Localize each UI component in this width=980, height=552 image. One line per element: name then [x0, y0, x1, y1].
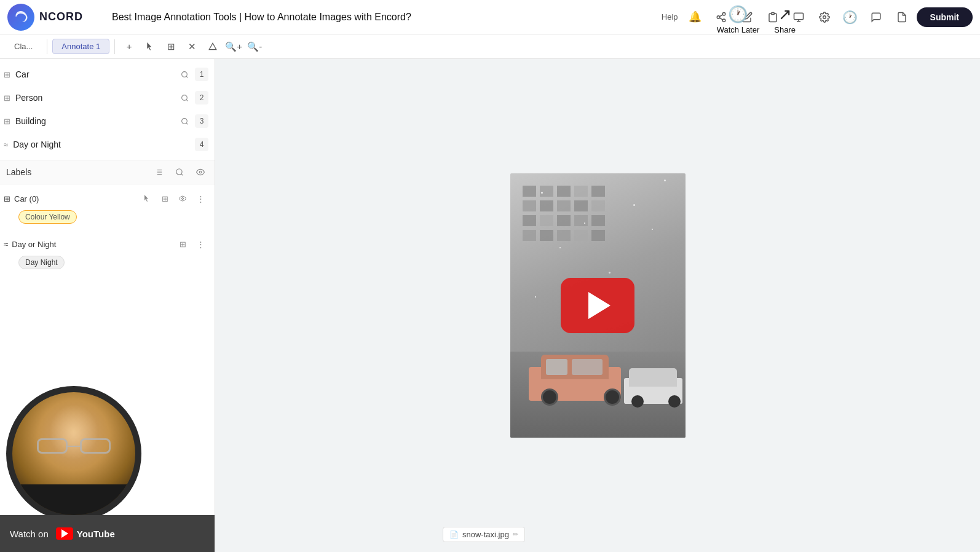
topbar: NCORD Best Image Annotation Tools | How … — [0, 0, 980, 34]
labels-eye-btn[interactable] — [192, 164, 208, 180]
white-car — [624, 361, 686, 404]
filename-icon: 📄 — [449, 530, 459, 539]
taxi-car — [529, 345, 627, 401]
label-car-copy-btn[interactable]: ⊞ — [157, 191, 173, 207]
day-night-label: ≈ Day or Night — [4, 140, 61, 149]
toolbar-separator-1 — [47, 39, 47, 54]
add-tool-btn[interactable]: + — [120, 37, 138, 56]
svg-marker-10 — [209, 43, 216, 50]
cross-tool-btn[interactable]: ✕ — [183, 37, 201, 56]
label-car-more-btn[interactable]: ⋮ — [192, 191, 208, 207]
label-row-car: ⊞ Car (0) ⊞ ⋮ — [0, 187, 215, 209]
filename-bar: 📄 snow-taxi.jpg ✏ — [443, 527, 525, 542]
person-search-btn[interactable] — [176, 90, 192, 106]
person-actions: 2 — [176, 90, 208, 106]
building-search-btn[interactable] — [176, 113, 192, 129]
building-actions: 3 — [176, 113, 208, 129]
share-button[interactable]: ↗ Share — [774, 5, 796, 34]
label-car-actions: ⊞ ⋮ — [139, 191, 208, 207]
svg-line-24 — [181, 174, 183, 176]
rect-tool-btn[interactable]: ⊞ — [162, 37, 180, 56]
tab-annotate1[interactable]: Annotate 1 — [52, 39, 109, 54]
classes-section: ⊞ Car 1 ⊞ Person — [0, 59, 215, 160]
person-name: Person — [15, 93, 42, 103]
watch-youtube-bar: Watch on YouTube — [0, 515, 215, 552]
share-icon: ↗ — [778, 5, 792, 24]
building-label: ⊞ Building — [4, 116, 46, 126]
svg-line-16 — [186, 123, 188, 124]
comment-icon-btn[interactable] — [865, 6, 887, 28]
class-item-person: ⊞ Person 2 — [0, 86, 215, 109]
svg-point-23 — [176, 169, 182, 175]
car-num: 1 — [195, 68, 208, 81]
label-car-tag-row: Colour Yellow — [0, 209, 215, 227]
yt-icon — [56, 527, 73, 540]
zoom-in-btn[interactable]: 🔍+ — [224, 37, 243, 56]
label-car-text: Car (0) — [14, 194, 39, 203]
svg-point-13 — [181, 95, 187, 100]
labels-sort-btn[interactable] — [151, 164, 167, 180]
car-grid-icon: ⊞ — [4, 70, 10, 79]
label-day-night-name: ≈ Day or Night — [4, 240, 56, 249]
label-row-day-night: ≈ Day or Night ⊞ ⋮ — [0, 232, 215, 254]
label-car-eye-btn[interactable] — [175, 191, 191, 207]
svg-line-14 — [186, 100, 188, 101]
watch-later-icon-btn[interactable]: 🕐 — [839, 6, 861, 28]
help-label: Help — [662, 12, 678, 22]
play-triangle-icon — [588, 292, 611, 319]
label-day-night-actions: ⊞ ⋮ — [175, 236, 208, 252]
settings-icon-btn[interactable] — [813, 6, 836, 28]
building-name: Building — [15, 116, 46, 126]
person-label: ⊞ Person — [4, 93, 42, 103]
car-search-btn[interactable] — [176, 66, 192, 82]
person-avatar — [6, 386, 141, 515]
label-car-cursor-btn[interactable] — [139, 191, 155, 207]
day-night-tag[interactable]: Day Night — [18, 256, 65, 269]
yt-text: YouTube — [77, 529, 115, 539]
topbar-icons: Help 🔔 🕐 Submit — [662, 6, 973, 28]
car-name: Car — [15, 69, 30, 79]
image-canvas[interactable] — [510, 173, 686, 438]
polygon-tool-btn[interactable] — [204, 37, 222, 56]
label-day-night-radio-icon: ≈ — [4, 240, 8, 249]
day-night-actions: 4 — [195, 138, 208, 151]
logo-area: NCORD — [7, 4, 106, 31]
svg-line-12 — [186, 76, 188, 77]
day-night-name: Day or Night — [13, 140, 61, 149]
sidebar: ⊞ Car 1 ⊞ Person — [0, 59, 215, 552]
watch-later-button[interactable]: 🕐 Watch Later — [717, 5, 760, 34]
class-item-building: ⊞ Building 3 — [0, 109, 215, 133]
person-grid-icon: ⊞ — [4, 93, 10, 103]
person-num: 2 — [195, 91, 208, 104]
label-day-night-copy-btn[interactable]: ⊞ — [175, 236, 191, 252]
cursor-tool-btn[interactable] — [141, 37, 159, 56]
label-car-name: ⊞ Car (0) — [4, 194, 39, 203]
day-night-radio-icon: ≈ — [4, 140, 8, 149]
filename-edit-icon: ✏ — [513, 530, 518, 538]
car-label: ⊞ Car — [4, 69, 30, 79]
building-grid-icon: ⊞ — [4, 117, 10, 126]
colour-yellow-tag[interactable]: Colour Yellow — [18, 210, 77, 224]
submit-button[interactable]: Submit — [917, 7, 973, 27]
class-item-car: ⊞ Car 1 — [0, 63, 215, 86]
logo-text: NCORD — [39, 10, 83, 23]
svg-point-25 — [199, 171, 202, 173]
day-night-num: 4 — [195, 138, 208, 151]
building-windows — [523, 186, 605, 270]
watch-on-text: Watch on — [10, 529, 49, 539]
label-day-night-text: Day or Night — [12, 240, 56, 249]
main-layout: ⊞ Car 1 ⊞ Person — [0, 59, 980, 552]
svg-point-15 — [181, 118, 187, 124]
class-item-day-night: ≈ Day or Night 4 — [0, 133, 215, 156]
label-day-night-more-btn[interactable]: ⋮ — [192, 236, 208, 252]
canvas-area: 📄 snow-taxi.jpg ✏ — [215, 59, 980, 552]
doc-icon-btn[interactable] — [891, 6, 913, 28]
play-button[interactable] — [561, 278, 634, 333]
tab-class[interactable]: Cla... — [5, 39, 42, 54]
svg-point-9 — [823, 15, 826, 18]
bell-icon-btn[interactable]: 🔔 — [684, 6, 706, 28]
labels-search-btn[interactable] — [172, 164, 188, 180]
yt-logo: YouTube — [56, 527, 115, 540]
label-item-car: ⊞ Car (0) ⊞ ⋮ Colour Yellow — [0, 184, 215, 230]
zoom-out-btn[interactable]: 🔍- — [245, 37, 264, 56]
